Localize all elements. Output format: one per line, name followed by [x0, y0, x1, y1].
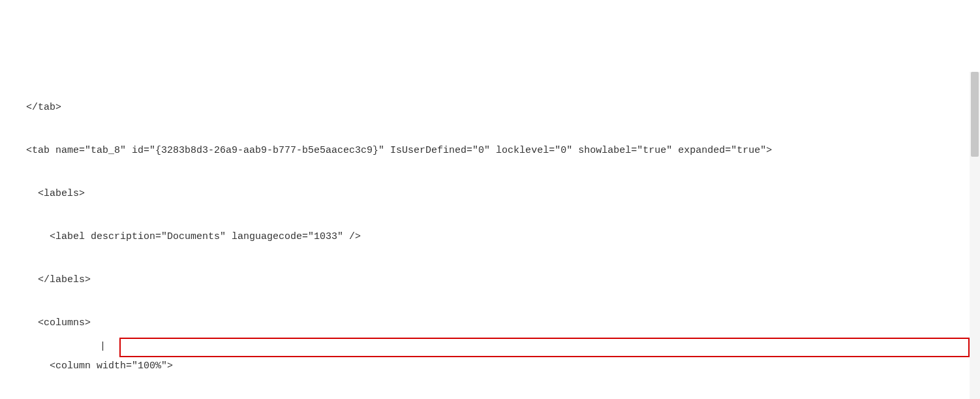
- code-line[interactable]: </labels>: [26, 273, 980, 287]
- vertical-scrollbar-track[interactable]: [970, 72, 980, 399]
- text-cursor: |: [100, 340, 106, 354]
- code-line[interactable]: <label description="Documents" languagec…: [26, 230, 980, 244]
- xml-code-block[interactable]: </tab> <tab name="tab_8" id="{3283b8d3-2…: [0, 72, 980, 399]
- code-line[interactable]: </tab>: [26, 101, 980, 115]
- code-line[interactable]: <tab name="tab_8" id="{3283b8d3-26a9-aab…: [26, 144, 980, 158]
- code-line[interactable]: <columns>: [26, 316, 980, 330]
- highlight-rectangle: [119, 338, 970, 357]
- code-line[interactable]: <labels>: [26, 187, 980, 201]
- vertical-scrollbar-thumb[interactable]: [971, 72, 979, 157]
- code-line[interactable]: <column width="100%">: [26, 359, 980, 374]
